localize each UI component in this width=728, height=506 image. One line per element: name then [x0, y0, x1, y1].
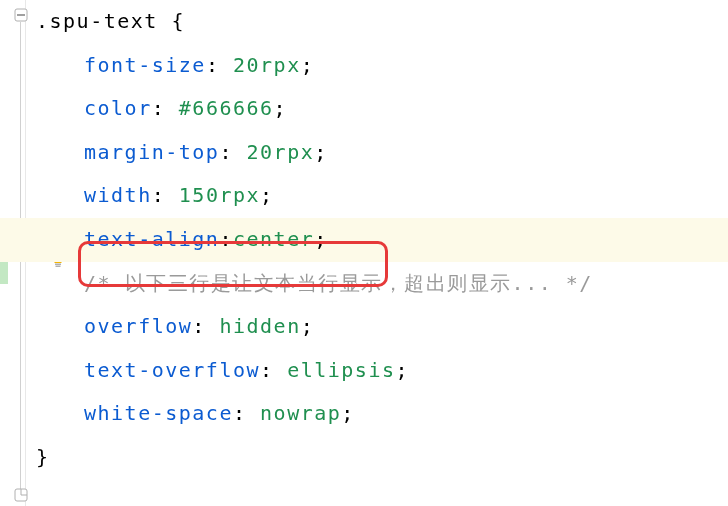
- semicolon: ;: [301, 314, 315, 338]
- brace-close: }: [36, 445, 50, 469]
- code-line[interactable]: margin-top: 20rpx;: [30, 131, 728, 175]
- semicolon: ;: [260, 183, 274, 207]
- code-line[interactable]: }: [30, 436, 728, 480]
- code-line[interactable]: .spu-text {: [30, 0, 728, 44]
- css-value: nowrap: [260, 401, 341, 425]
- colon: :: [233, 401, 260, 425]
- css-value: 20: [247, 140, 274, 164]
- colon: :: [219, 140, 246, 164]
- colon: :: [206, 53, 233, 77]
- css-value: 150: [179, 183, 220, 207]
- semicolon: ;: [301, 53, 315, 77]
- brace-open: {: [171, 9, 185, 33]
- semicolon: ;: [341, 401, 355, 425]
- css-comment: /* 以下三行是让文本当行显示，超出则显示... */: [84, 271, 593, 295]
- css-value: ellipsis: [287, 358, 395, 382]
- css-property: font-size: [84, 53, 206, 77]
- code-line[interactable]: color: #666666;: [30, 87, 728, 131]
- colon: :: [219, 227, 233, 251]
- css-unit: rpx: [219, 183, 260, 207]
- semicolon: ;: [314, 227, 328, 251]
- css-unit: rpx: [274, 140, 315, 164]
- fold-end-icon[interactable]: [14, 488, 28, 502]
- semicolon: ;: [395, 358, 409, 382]
- colon: :: [152, 183, 179, 207]
- code-line[interactable]: overflow: hidden;: [30, 305, 728, 349]
- css-property: text-align: [84, 227, 219, 251]
- css-value: 20: [233, 53, 260, 77]
- code-line[interactable]: text-overflow: ellipsis;: [30, 349, 728, 393]
- css-selector: .spu-text: [36, 9, 158, 33]
- code-line[interactable]: width: 150rpx;: [30, 174, 728, 218]
- code-line[interactable]: white-space: nowrap;: [30, 392, 728, 436]
- css-value: #666666: [179, 96, 274, 120]
- colon: :: [152, 96, 179, 120]
- css-property: margin-top: [84, 140, 219, 164]
- code-line[interactable]: /* 以下三行是让文本当行显示，超出则显示... */: [30, 262, 728, 306]
- css-property: white-space: [84, 401, 233, 425]
- code-line[interactable]: font-size: 20rpx;: [30, 44, 728, 88]
- css-value: hidden: [219, 314, 300, 338]
- code-line-current[interactable]: text-align:center;: [30, 218, 728, 262]
- css-property: color: [84, 96, 152, 120]
- colon: :: [260, 358, 287, 382]
- semicolon: ;: [274, 96, 288, 120]
- semicolon: ;: [314, 140, 328, 164]
- css-value: center: [233, 227, 314, 251]
- css-property: overflow: [84, 314, 192, 338]
- css-property: width: [84, 183, 152, 207]
- css-unit: rpx: [260, 53, 301, 77]
- colon: :: [192, 314, 219, 338]
- code-editor[interactable]: .spu-text { font-size: 20rpx; color: #66…: [30, 0, 728, 480]
- fold-collapse-icon[interactable]: [14, 8, 28, 22]
- css-property: text-overflow: [84, 358, 260, 382]
